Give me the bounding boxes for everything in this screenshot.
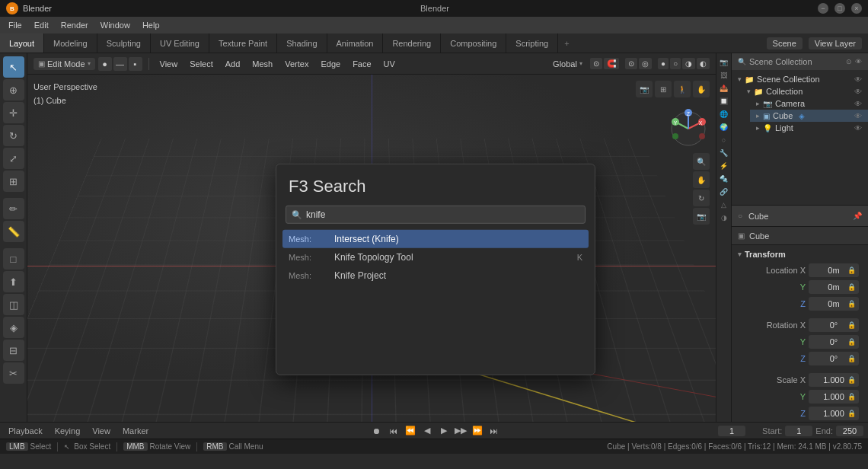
- edge-select-mode[interactable]: —: [113, 57, 127, 71]
- tool-extrude[interactable]: ⬆: [3, 271, 24, 292]
- tool-add-cube[interactable]: □: [3, 248, 24, 270]
- record-btn[interactable]: ⏺: [370, 424, 384, 438]
- tool-scale[interactable]: ⤢: [3, 148, 24, 169]
- outliner-cube[interactable]: ▸ ▣ Cube ◈ 👁: [750, 110, 868, 122]
- snap-btn[interactable]: 🧲: [604, 58, 619, 69]
- outliner-filter-icon[interactable]: ⊙: [846, 58, 852, 65]
- outliner-collection[interactable]: ▾ 📁 Collection 👁: [741, 85, 868, 97]
- tab-texture-paint[interactable]: Texture Paint: [209, 34, 277, 53]
- viewport-vertex-menu[interactable]: Vertex: [280, 58, 313, 70]
- tool-transform[interactable]: ⊞: [3, 171, 24, 192]
- outliner-light[interactable]: ▸ 💡 Light 👁: [750, 122, 868, 134]
- overlay-btn[interactable]: ⊙: [625, 58, 637, 69]
- keying-menu[interactable]: Keying: [51, 425, 85, 437]
- tool-cursor[interactable]: ⊕: [3, 79, 24, 100]
- play-forward-btn[interactable]: ▶: [437, 424, 451, 438]
- frame-end-input[interactable]: 250: [836, 426, 863, 436]
- tool-select[interactable]: ↖: [3, 56, 24, 78]
- tab-uv-editing[interactable]: UV Editing: [151, 34, 209, 53]
- vertex-select-mode[interactable]: ●: [98, 57, 112, 71]
- props-material-icon[interactable]: ◑: [718, 212, 730, 224]
- next-key-btn[interactable]: ⏩: [471, 424, 484, 438]
- camera-eye[interactable]: 👁: [854, 100, 862, 108]
- prev-key-btn[interactable]: ⏪: [404, 424, 417, 438]
- tool-move[interactable]: ✛: [3, 102, 24, 123]
- tool-measure[interactable]: 📏: [3, 221, 24, 242]
- tool-annotate[interactable]: ✏: [3, 198, 24, 219]
- axis-gizmo[interactable]: X Y Z: [668, 108, 710, 150]
- search-input[interactable]: [286, 206, 586, 224]
- maximize-button[interactable]: □: [834, 3, 845, 14]
- props-pin-icon[interactable]: 📌: [853, 212, 862, 220]
- jump-end-btn[interactable]: ⏭: [487, 424, 501, 438]
- viewport-add-menu[interactable]: Add: [221, 58, 245, 70]
- props-scene-icon[interactable]: 📷: [718, 56, 730, 69]
- prop-scale-z-input[interactable]: 1.000 🔒: [809, 407, 859, 420]
- pan-icon[interactable]: ✋: [693, 171, 710, 188]
- tool-loop-cut[interactable]: ⊟: [3, 340, 24, 361]
- step-back-btn[interactable]: ◀: [420, 424, 434, 438]
- tab-shading[interactable]: Shading: [277, 34, 327, 53]
- props-constraints-icon[interactable]: 🔗: [718, 186, 730, 198]
- close-button[interactable]: ×: [851, 3, 862, 14]
- prop-rotation-y-input[interactable]: 0° 🔒: [809, 335, 859, 349]
- outliner-eye-icon[interactable]: 👁: [855, 58, 862, 65]
- viewport-view-menu[interactable]: View: [155, 58, 183, 70]
- transform-section-title[interactable]: ▾ Transform: [732, 245, 868, 262]
- props-physics-icon[interactable]: 🔩: [718, 173, 730, 185]
- prop-rotation-z-input[interactable]: 0° 🔒: [809, 352, 859, 365]
- solid-mode-btn[interactable]: ●: [658, 58, 669, 69]
- props-particles-icon[interactable]: ⚡: [718, 160, 730, 172]
- tab-sculpting[interactable]: Sculpting: [97, 34, 151, 53]
- menu-file[interactable]: File: [3, 19, 27, 31]
- tool-inset[interactable]: ◫: [3, 294, 24, 315]
- rotate-view-icon[interactable]: ↻: [693, 190, 710, 206]
- props-modifier-icon[interactable]: 🔧: [718, 147, 730, 159]
- view-layer-selector[interactable]: View Layer: [809, 37, 862, 49]
- menu-window[interactable]: Window: [95, 19, 136, 31]
- props-viewlayer-icon[interactable]: 🔲: [718, 95, 730, 107]
- props-scene-prop-icon[interactable]: 🌐: [718, 108, 730, 120]
- menu-help[interactable]: Help: [137, 19, 165, 31]
- tool-rotate[interactable]: ↻: [3, 125, 24, 146]
- prop-rotation-x-input[interactable]: 0° 🔒: [809, 318, 859, 332]
- camera-icon-btn[interactable]: 📷: [636, 81, 653, 97]
- scene-selector[interactable]: Scene: [767, 37, 803, 49]
- viewport-uv-menu[interactable]: UV: [379, 58, 400, 70]
- props-object-icon[interactable]: ○: [718, 134, 730, 146]
- collection-eye[interactable]: 👁: [854, 88, 862, 96]
- toggle-camera-icon[interactable]: 📷: [693, 208, 710, 225]
- prop-scale-x-input[interactable]: 1.000 🔒: [809, 373, 859, 387]
- tab-scripting[interactable]: Scripting: [506, 34, 558, 53]
- tab-compositing[interactable]: Compositing: [441, 34, 506, 53]
- search-result-2[interactable]: Mesh: Knife Project: [282, 266, 589, 285]
- playback-menu[interactable]: Playback: [5, 425, 46, 437]
- prop-scale-y-input[interactable]: 1.000 🔒: [809, 390, 859, 404]
- frame-start-input[interactable]: 1: [785, 426, 812, 436]
- zoom-icon[interactable]: 🔍: [693, 153, 710, 170]
- tab-layout[interactable]: Layout: [0, 34, 44, 53]
- grid-icon-btn[interactable]: ⊞: [655, 81, 672, 97]
- props-data-icon[interactable]: △: [718, 199, 730, 211]
- gesture-icon-btn[interactable]: ✋: [693, 81, 710, 97]
- step-forward-btn[interactable]: ▶▶: [454, 424, 468, 438]
- viewport-mesh-menu[interactable]: Mesh: [247, 58, 277, 70]
- menu-edit[interactable]: Edit: [29, 19, 54, 31]
- prop-location-y-input[interactable]: 0m 🔒: [809, 280, 859, 294]
- menu-render[interactable]: Render: [56, 19, 94, 31]
- timeline-view-menu[interactable]: View: [88, 425, 114, 437]
- material-mode-btn[interactable]: ◐: [697, 58, 710, 69]
- face-select-mode[interactable]: ▪: [129, 57, 142, 71]
- viewport-global-selector[interactable]: Global ▾: [548, 58, 587, 70]
- tab-rendering[interactable]: Rendering: [383, 34, 441, 53]
- tab-modeling[interactable]: Modeling: [44, 34, 97, 53]
- scene-collection-eye[interactable]: 👁: [854, 75, 862, 84]
- props-renderprop-icon[interactable]: 🖼: [718, 69, 730, 81]
- outliner-scene-collection[interactable]: ▾ 📁 Scene Collection 👁: [732, 73, 868, 85]
- tab-animation[interactable]: Animation: [327, 34, 384, 53]
- viewport-edge-menu[interactable]: Edge: [316, 58, 345, 70]
- rendered-mode-btn[interactable]: ◑: [682, 58, 695, 69]
- search-result-1[interactable]: Mesh: Knife Topology Tool K: [282, 248, 589, 266]
- tool-bevel[interactable]: ◈: [3, 317, 24, 338]
- prop-location-x-input[interactable]: 0m 🔒: [809, 263, 859, 277]
